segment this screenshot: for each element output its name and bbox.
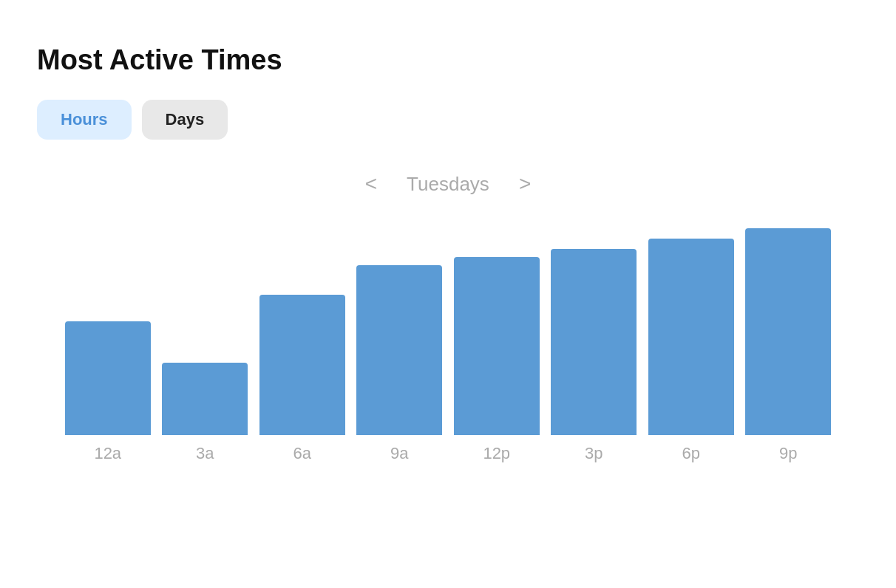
bar-label: 12a (59, 444, 157, 463)
bar-label: 9p (740, 444, 838, 463)
bar-label: 9a (351, 444, 449, 463)
current-day-label: Tuesdays (407, 173, 489, 196)
bar (551, 249, 637, 435)
bar (454, 257, 540, 435)
hours-toggle[interactable]: Hours (37, 100, 132, 140)
prev-day-button[interactable]: < (358, 169, 384, 199)
bar (356, 265, 442, 435)
bar (259, 295, 345, 435)
main-container: Most Active Times Hours Days < Tuesdays … (0, 0, 896, 493)
bar-group (448, 228, 546, 435)
bar (65, 321, 151, 435)
labels-row: 12a3a6a9a12p3p6p9p (59, 444, 837, 463)
bar-group (351, 228, 449, 435)
chart-area: 12a3a6a9a12p3p6p9p (37, 228, 859, 463)
day-navigation: < Tuesdays > (37, 169, 859, 199)
bar-group (546, 228, 643, 435)
bar-label: 3a (157, 444, 254, 463)
bar-label: 12p (448, 444, 546, 463)
bar (162, 363, 248, 435)
bar-label: 6p (642, 444, 740, 463)
bar-group (740, 228, 838, 435)
bar-group (642, 228, 740, 435)
bar-label: 3p (546, 444, 643, 463)
bar-label: 6a (254, 444, 351, 463)
page-title: Most Active Times (37, 44, 859, 76)
bar-group (59, 228, 157, 435)
bar (745, 228, 831, 435)
bar-group (254, 228, 351, 435)
next-day-button[interactable]: > (512, 169, 538, 199)
toggle-group: Hours Days (37, 100, 859, 140)
bar-group (157, 228, 254, 435)
bars-container (59, 228, 837, 435)
days-toggle[interactable]: Days (142, 100, 228, 140)
bar (648, 239, 734, 435)
